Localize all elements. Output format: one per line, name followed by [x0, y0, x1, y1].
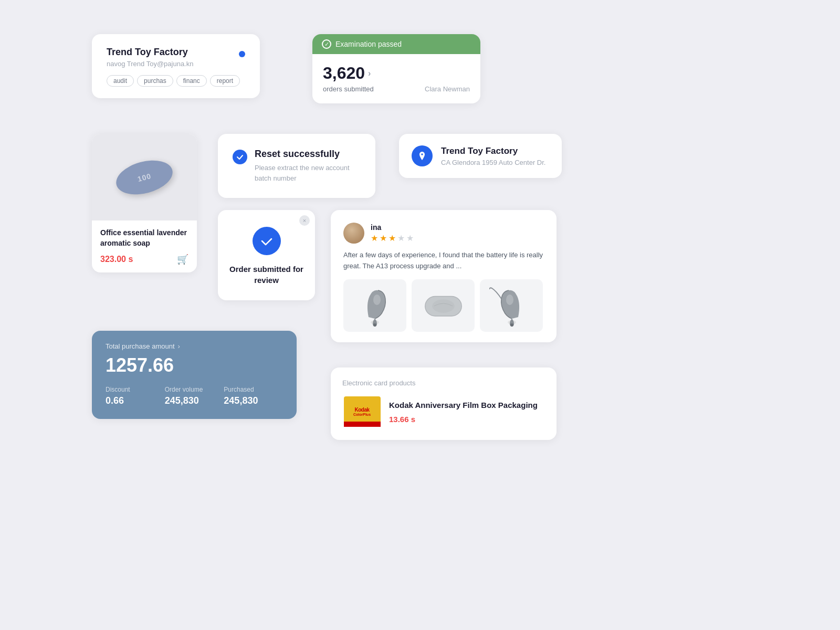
star-3: ★ [388, 233, 396, 243]
chevron-icon: › [368, 69, 371, 78]
exam-number: 3,620 › [323, 64, 470, 83]
star-rating: ★ ★ ★ ★ ★ [371, 233, 414, 243]
stats-header: Total purchase amount › [106, 342, 283, 350]
order-check-icon [253, 227, 281, 255]
review-card: ina ★ ★ ★ ★ ★ After a few days of experi… [331, 210, 556, 342]
address-title: Trend Toy Factory [441, 146, 545, 156]
purchased-value: 245,830 [224, 395, 283, 406]
stats-amount: 1257.66 [106, 354, 283, 376]
electronic-card: Electronic card products Kodak ColorPlus… [331, 368, 556, 440]
review-image-2 [412, 279, 475, 332]
address-info: Trend Toy Factory CA Glendora 1959 Auto … [441, 146, 545, 166]
person-name: Clara Newman [425, 85, 470, 93]
kodak-stripe [344, 422, 381, 427]
exam-header: ✓ Examination passed [312, 34, 480, 54]
review-image-3 [480, 279, 543, 332]
item-name: Kodak Anniversary Film Box Packaging [389, 400, 538, 411]
product-card: Office essential lavender aromatic soap … [92, 134, 197, 272]
exam-footer: orders submitted Clara Newman [323, 85, 470, 93]
reviewer-avatar [343, 223, 364, 244]
review-image-1 [343, 279, 406, 332]
check-circle-icon: ✓ [322, 39, 331, 49]
volume-label: Order volume [165, 386, 224, 393]
discount-value: 0.66 [106, 395, 165, 406]
orders-label: orders submitted [323, 85, 374, 93]
reset-check-icon [233, 150, 247, 164]
product-footer: 323.00 s 🛒 [100, 254, 188, 265]
svg-point-2 [373, 323, 376, 327]
stats-header-text: Total purchase amount [106, 342, 175, 350]
factory-email: navog Trend Toy@pajuna.kn [107, 60, 245, 68]
product-info: Office essential lavender aromatic soap … [92, 220, 197, 272]
exam-label: Examination passed [335, 40, 402, 48]
reviewer-name: ina [371, 223, 414, 232]
review-header: ina ★ ★ ★ ★ ★ [343, 223, 544, 244]
stats-row: Discount 0.66 Order volume 245,830 Purch… [106, 386, 283, 406]
product-name: Office essential lavender aromatic soap [100, 228, 188, 248]
reset-content: Reset successfully Please extract the ne… [255, 149, 361, 183]
exam-card: ✓ Examination passed 3,620 › orders subm… [312, 34, 480, 103]
svg-point-1 [373, 295, 381, 305]
stats-purchased: Purchased 245,830 [224, 386, 283, 406]
kodak-box: Kodak ColorPlus [344, 396, 381, 427]
star-5: ★ [406, 233, 414, 243]
reset-title: Reset successfully [255, 149, 361, 160]
tag-financ[interactable]: financ [176, 75, 207, 87]
product-price: 323.00 s [100, 255, 133, 264]
tag-purchas[interactable]: purchas [137, 75, 173, 87]
product-image [92, 134, 197, 220]
order-title: Order submitted for review [228, 264, 304, 286]
review-images [343, 279, 544, 332]
svg-point-5 [432, 299, 455, 313]
volume-value: 245,830 [165, 395, 224, 406]
reset-subtitle: Please extract the new account batch num… [255, 163, 361, 183]
stats-discount: Discount 0.66 [106, 386, 165, 406]
cart-icon[interactable]: 🛒 [177, 254, 188, 265]
electronic-section-label: Electronic card products [342, 379, 545, 387]
factory-title: Trend Toy Factory [107, 47, 245, 58]
stats-card: Total purchase amount › 1257.66 Discount… [92, 331, 297, 419]
reset-card: Reset successfully Please extract the ne… [218, 134, 375, 198]
location-icon [412, 145, 433, 166]
star-2: ★ [380, 233, 387, 243]
kodak-sub-text: ColorPlus [353, 413, 371, 416]
order-card: × Order submitted for review [218, 210, 315, 300]
exam-body: 3,620 › orders submitted Clara Newman [312, 54, 480, 103]
star-1: ★ [371, 233, 378, 243]
tag-report[interactable]: report [210, 75, 240, 87]
close-button[interactable]: × [299, 215, 310, 226]
electronic-info: Kodak Anniversary Film Box Packaging 13.… [389, 400, 538, 424]
review-text: After a few days of experience, I found … [343, 250, 544, 272]
kodak-image: Kodak ColorPlus [342, 394, 382, 428]
factory-tags: audit purchas financ report [107, 75, 245, 87]
star-4: ★ [397, 233, 405, 243]
stats-chevron-icon: › [178, 342, 180, 350]
kodak-logo-text: Kodak [354, 407, 369, 413]
soap-image [112, 154, 176, 200]
item-price: 13.66 s [389, 415, 538, 424]
tag-audit[interactable]: audit [107, 75, 134, 87]
discount-label: Discount [106, 386, 165, 393]
reviewer-info: ina ★ ★ ★ ★ ★ [371, 223, 414, 243]
purchased-label: Purchased [224, 386, 283, 393]
status-dot [239, 51, 245, 57]
address-card: Trend Toy Factory CA Glendora 1959 Auto … [399, 134, 562, 178]
stats-volume: Order volume 245,830 [165, 386, 224, 406]
address-text: CA Glendora 1959 Auto Center Dr. [441, 159, 545, 166]
avatar-image [343, 223, 364, 244]
factory-card: Trend Toy Factory navog Trend Toy@pajuna… [92, 34, 260, 98]
electronic-item: Kodak ColorPlus Kodak Anniversary Film B… [342, 394, 545, 428]
